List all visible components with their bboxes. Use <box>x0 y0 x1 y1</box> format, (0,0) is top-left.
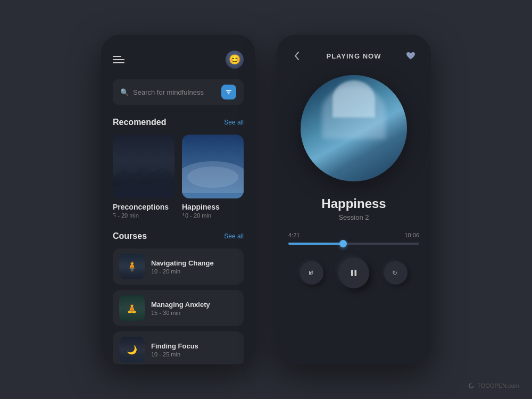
course-title-0: Navigating Change <box>151 259 237 267</box>
recommended-header: Recomended See all <box>113 118 244 127</box>
rewind-button[interactable]: ↺ <box>300 261 323 285</box>
svg-rect-4 <box>351 270 353 276</box>
course-duration-2: 10 - 25 min <box>151 351 237 358</box>
course-thumb-0: 🧍 <box>119 254 145 279</box>
recommended-title: Recomended <box>113 118 166 127</box>
preconceptions-duration: 5 - 20 min <box>113 212 174 219</box>
rewind-icon: ↺ <box>307 268 317 278</box>
svg-rect-5 <box>355 270 357 276</box>
progress-fill <box>288 243 343 245</box>
recommended-cards: Preconceptions 5 - 20 min Happiness 10 -… <box>113 135 244 219</box>
happiness-duration: 10 - 20 min <box>182 212 244 219</box>
track-info: Happiness Session 2 <box>321 196 386 221</box>
courses-header: Courses See all <box>113 231 244 241</box>
pause-button[interactable] <box>338 257 369 288</box>
watermark-text: TOOOPEN.com <box>477 383 519 389</box>
top-bar: 😊 <box>113 51 244 69</box>
playback-controls: ↺ ↻ <box>300 257 408 288</box>
left-phone: 😊 🔍 Search for mindfulness Recomended Se… <box>101 35 255 364</box>
preconceptions-title: Preconceptions <box>113 203 174 211</box>
album-art <box>301 75 407 181</box>
time-current: 4:21 <box>288 232 300 238</box>
svg-text:↻: ↻ <box>392 269 397 277</box>
watermark-icon <box>468 382 475 389</box>
progress-thumb <box>339 240 347 247</box>
heart-icon <box>406 52 415 60</box>
course-duration-0: 10 - 20 min <box>151 268 237 275</box>
managing-anxiety-img: 🧘 <box>119 295 145 321</box>
mountain-scene <box>113 135 174 198</box>
courses-see-all[interactable]: See all <box>224 232 244 240</box>
filter-icon <box>226 89 232 95</box>
cloud-scene <box>182 135 244 198</box>
favorite-button[interactable] <box>402 47 419 64</box>
course-info-0: Navigating Change 10 - 20 min <box>151 259 237 275</box>
playing-now-label: PLAYING NOW <box>327 52 381 60</box>
course-item-0[interactable]: 🧍 Navigating Change 10 - 20 min <box>113 248 244 285</box>
card-preconceptions[interactable]: Preconceptions 5 - 20 min <box>113 135 174 219</box>
progress-section: 4:21 10:06 <box>288 232 419 245</box>
courses-list: 🧍 Navigating Change 10 - 20 min 🧘 Managi… <box>113 248 244 364</box>
menu-icon[interactable] <box>113 56 124 63</box>
search-icon: 🔍 <box>120 88 129 96</box>
search-bar[interactable]: 🔍 Search for mindfulness <box>113 79 244 105</box>
filter-button[interactable] <box>221 85 236 99</box>
forward-icon: ↻ <box>391 268 401 278</box>
forward-button[interactable]: ↻ <box>384 261 408 285</box>
course-thumb-2: 🌙 <box>119 337 145 362</box>
course-info-1: Managing Anxiety 15 - 30 min <box>151 301 237 316</box>
search-placeholder: Search for mindfulness <box>133 88 217 96</box>
back-chevron-icon <box>294 51 300 61</box>
right-phone: PLAYING NOW Happiness Session 2 4:21 10:… <box>277 35 431 364</box>
progress-bar[interactable] <box>288 243 419 245</box>
course-info-2: Finding Focus 10 - 25 min <box>151 342 237 358</box>
course-duration-1: 15 - 30 min <box>151 310 237 316</box>
course-item-2[interactable]: 🌙 Finding Focus 10 - 25 min <box>113 331 244 364</box>
album-art-image <box>301 75 407 181</box>
card-happiness[interactable]: Happiness 10 - 20 min <box>182 135 244 219</box>
time-total: 10:06 <box>404 232 419 238</box>
time-labels: 4:21 10:06 <box>288 232 419 238</box>
card-img-preconceptions <box>113 135 174 198</box>
svg-text:↺: ↺ <box>309 269 314 277</box>
back-button[interactable] <box>288 47 305 64</box>
watermark: TOOOPEN.com <box>468 382 519 389</box>
pause-icon <box>348 268 359 278</box>
finding-focus-img: 🌙 <box>119 337 145 362</box>
courses-title: Courses <box>113 231 147 241</box>
user-avatar[interactable]: 😊 <box>226 51 244 69</box>
avatar-face: 😊 <box>226 51 244 69</box>
course-title-1: Managing Anxiety <box>151 301 237 309</box>
course-thumb-1: 🧘 <box>119 295 145 321</box>
now-playing-header: PLAYING NOW <box>288 47 419 64</box>
nav-change-img: 🧍 <box>119 254 145 279</box>
course-title-2: Finding Focus <box>151 342 237 350</box>
track-subtitle: Session 2 <box>321 213 386 221</box>
course-item-1[interactable]: 🧘 Managing Anxiety 15 - 30 min <box>113 290 244 326</box>
track-title: Happiness <box>321 196 386 211</box>
card-img-happiness <box>182 135 244 198</box>
recommended-see-all[interactable]: See all <box>224 119 244 126</box>
happiness-title: Happiness <box>182 203 244 211</box>
